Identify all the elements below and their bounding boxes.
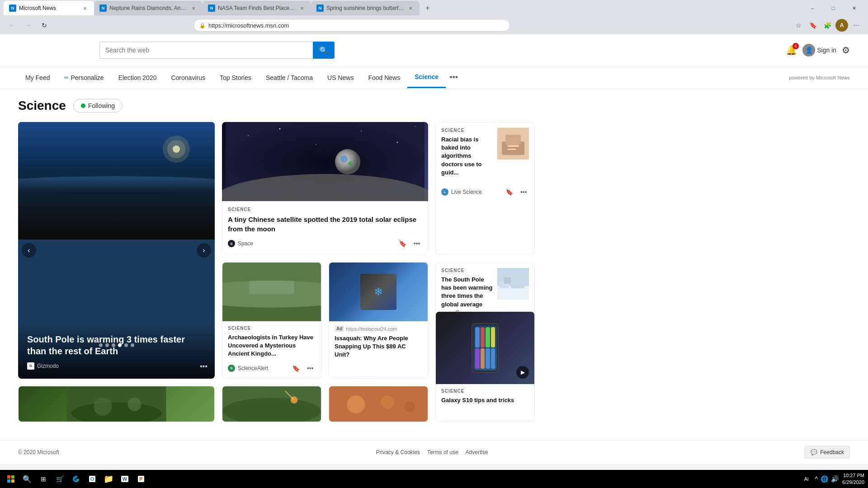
tab-close-3[interactable]: ✕ xyxy=(298,5,306,12)
maximize-button[interactable]: □ xyxy=(823,0,844,16)
nav-item-foodnews[interactable]: Food News xyxy=(361,68,407,88)
nav-item-coronavirus[interactable]: Coronavirus xyxy=(164,68,212,88)
minimize-button[interactable]: – xyxy=(802,0,823,16)
more-archaeology[interactable]: ••• xyxy=(305,363,316,374)
settings-menu-icon[interactable]: ⋯ xyxy=(850,19,863,32)
tab-close-2[interactable]: ✕ xyxy=(190,5,197,12)
featured-card[interactable]: ‹ › South Pole is warming 3 times faster… xyxy=(18,122,215,379)
back-button[interactable]: ← xyxy=(5,19,18,32)
dot-4[interactable] xyxy=(118,343,122,347)
archaeology-card[interactable]: SCIENCE Archaeologists in Turkey Have Un… xyxy=(222,262,321,379)
title-bar: N Microsoft News ✕ N Neptune Rains Diamo… xyxy=(0,0,868,16)
nav-item-seattle[interactable]: Seattle / Tacoma xyxy=(259,68,320,88)
dot-2[interactable] xyxy=(105,343,109,347)
tab-neptune[interactable]: N Neptune Rains Diamonds, And... ✕ xyxy=(94,1,203,15)
tab-close-4[interactable]: ✕ xyxy=(407,5,414,12)
advertise-link[interactable]: Advertise xyxy=(466,449,488,455)
page: 🔍 🔔 6 👤 Sign in ⚙ My Feed ✏ Personalize … xyxy=(0,34,868,464)
nav-item-personalize[interactable]: ✏ Personalize xyxy=(57,68,111,88)
livescience-icon: L xyxy=(441,188,448,196)
nav-more-button[interactable]: ••• xyxy=(446,66,462,89)
profile-avatar: A xyxy=(835,19,848,32)
following-button[interactable]: Following xyxy=(73,99,123,113)
dot-6[interactable] xyxy=(131,343,134,347)
app-icon-6 xyxy=(481,348,485,369)
nav-item-topstories[interactable]: Top Stories xyxy=(212,68,259,88)
racial-card-image xyxy=(497,128,529,160)
side-card-racial-inner: SCIENCE Racial bias is baked into algori… xyxy=(436,122,534,187)
ac-unit-visual: ❄ xyxy=(360,274,396,310)
new-tab-button[interactable]: + xyxy=(421,2,434,14)
dot-1[interactable] xyxy=(99,343,103,347)
nav-item-science[interactable]: Science xyxy=(407,67,446,88)
terms-link[interactable]: Terms of use xyxy=(427,449,458,455)
settings-gear-icon[interactable]: ⚙ xyxy=(842,45,850,56)
side-card-racial-bias[interactable]: SCIENCE Racial bias is baked into algori… xyxy=(435,122,535,255)
page-footer: © 2020 Microsoft Privacy & Cookies Terms… xyxy=(0,440,868,464)
url-text[interactable]: https://microsoftnews.msn.com xyxy=(208,22,289,29)
tab-microsoft-news[interactable]: N Microsoft News ✕ xyxy=(4,1,94,15)
dot-5[interactable] xyxy=(124,343,128,347)
tab-spring[interactable]: N Spring sunshine brings butterfl... ✕ xyxy=(311,1,420,15)
feedback-button[interactable]: 💬 Feedback xyxy=(805,446,850,459)
bookmark-button-1[interactable]: 🔖 xyxy=(397,238,408,249)
collections-icon[interactable]: 🔖 xyxy=(807,19,819,32)
refresh-button[interactable]: ↻ xyxy=(38,19,51,32)
featured-more-button[interactable]: ••• xyxy=(200,362,208,371)
forward-button[interactable]: → xyxy=(22,19,34,32)
extensions-icon[interactable]: 🧩 xyxy=(821,19,834,32)
bookmark-star-icon[interactable]: ☆ xyxy=(792,19,805,32)
svg-point-1 xyxy=(18,176,215,194)
featured-next-button[interactable]: › xyxy=(197,243,211,258)
bookmark-racial[interactable]: 🔖 xyxy=(504,187,514,197)
galaxy-s10-card[interactable]: ▶ SCIENCE Galaxy S10 tips and tricks xyxy=(435,311,535,422)
app-icon-8 xyxy=(491,348,495,369)
search-button[interactable]: 🔍 xyxy=(313,42,335,59)
bottom-card-2[interactable] xyxy=(222,386,321,422)
nav-item-myfeed[interactable]: My Feed xyxy=(18,68,57,88)
featured-prev-button[interactable]: ‹ xyxy=(22,243,36,258)
archaeology-actions: 🔖 ••• xyxy=(290,363,316,374)
top-nav: 🔍 🔔 6 👤 Sign in ⚙ xyxy=(0,34,868,66)
app-icon-2 xyxy=(481,327,485,347)
side-card-racial-text: SCIENCE Racial bias is baked into algori… xyxy=(441,128,493,181)
url-bar[interactable]: 🔒 https://microsoftnews.msn.com xyxy=(193,19,510,32)
main-content: Science Following xyxy=(0,89,542,440)
close-button[interactable]: ✕ xyxy=(844,0,864,16)
privacy-link[interactable]: Privacy & Cookies xyxy=(376,449,420,455)
bottom-card-3[interactable] xyxy=(329,386,428,422)
dot-3[interactable] xyxy=(112,343,115,347)
racial-source-name: Live Science xyxy=(451,189,482,195)
profile-account-icon[interactable]: A xyxy=(835,19,848,32)
science-main-tag: SCIENCE xyxy=(228,207,422,212)
racial-card-footer: L Live Science 🔖 ••• xyxy=(436,187,534,202)
search-input[interactable] xyxy=(99,42,313,59)
top-nav-icons: 🔔 6 👤 Sign in ⚙ xyxy=(786,44,850,56)
svg-point-15 xyxy=(348,161,353,166)
svg-rect-20 xyxy=(507,149,516,150)
sponsor-content: Ad https://testscout24.com Issaquah: Why… xyxy=(329,321,428,366)
svg-rect-18 xyxy=(505,135,521,145)
southpole-image xyxy=(497,268,529,300)
featured-dots xyxy=(99,343,134,347)
more-racial[interactable]: ••• xyxy=(518,187,529,197)
science-main-card[interactable]: SCIENCE A tiny Chinese satellite spotted… xyxy=(222,122,428,255)
nav-item-election[interactable]: Election 2020 xyxy=(111,68,164,88)
bottom-card-1[interactable] xyxy=(18,386,215,422)
main-grid: ‹ › South Pole is warming 3 times faster… xyxy=(18,122,524,422)
nav-item-usnews[interactable]: US News xyxy=(320,68,361,88)
sponsor-card[interactable]: ❄ Ad https://testscout24.com Issaquah: W… xyxy=(329,262,428,379)
notification-bell[interactable]: 🔔 6 xyxy=(786,45,797,56)
svg-point-8 xyxy=(316,144,316,145)
play-button[interactable]: ▶ xyxy=(516,366,529,379)
sign-in-button[interactable]: 👤 Sign in xyxy=(802,44,836,56)
more-options-button-1[interactable]: ••• xyxy=(411,238,422,249)
featured-source: G Gizmodo xyxy=(27,362,206,370)
bookmark-archaeology[interactable]: 🔖 xyxy=(290,363,301,374)
archaeology-title: Archaeologists in Turkey Have Uncovered … xyxy=(228,333,316,358)
tab-close-1[interactable]: ✕ xyxy=(81,5,89,12)
tab-favicon-4: N xyxy=(316,5,324,12)
tab-nasa[interactable]: N NASA Team Finds Best Place Fo... ✕ xyxy=(203,1,311,15)
svg-rect-19 xyxy=(507,145,519,147)
tab-favicon-1: N xyxy=(9,5,16,12)
